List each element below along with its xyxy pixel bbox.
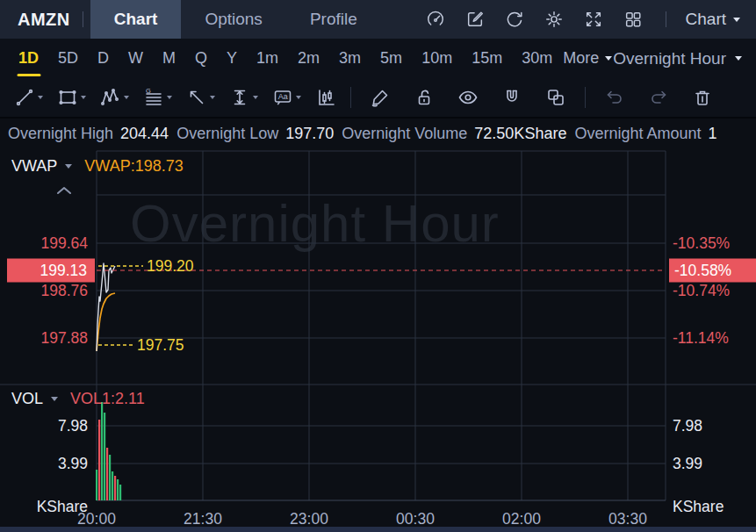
svg-text:Aa: Aa — [278, 92, 288, 101]
time-axis-tick: 21:30 — [184, 510, 222, 528]
trend-line-tool[interactable] — [7, 87, 50, 108]
chevron-down-icon — [735, 56, 742, 61]
vol-value: VOL1:2.11 — [70, 390, 145, 408]
time-axis-tick: 00:30 — [396, 510, 435, 528]
timeframe-10m[interactable]: 10m — [412, 39, 462, 78]
timeframe-y[interactable]: Y — [217, 39, 247, 78]
vwap-label[interactable]: VWAP — [11, 157, 57, 176]
more-timeframes-button[interactable]: More — [562, 49, 612, 68]
vol-label[interactable]: VOL — [11, 390, 43, 408]
divider — [585, 87, 586, 108]
divider — [666, 11, 666, 27]
marker-pen-tool[interactable] — [358, 87, 402, 108]
magnet-tool[interactable] — [490, 87, 534, 108]
timeframe-5d[interactable]: 5D — [48, 39, 88, 78]
chart-view-dropdown[interactable]: Chart — [686, 10, 740, 29]
chevron-down-icon — [253, 96, 258, 99]
timeframe-d[interactable]: D — [88, 39, 119, 78]
timeframe-1d[interactable]: 1D — [9, 39, 48, 78]
edit-chart-icon[interactable] — [456, 0, 495, 39]
stat-label: Overnight Amount — [574, 125, 701, 143]
collapse-pane-icon[interactable] — [56, 186, 72, 195]
chevron-down-icon — [605, 56, 612, 61]
volume-axis-tick-right: KShare — [673, 498, 724, 516]
multi-chart-grid-icon[interactable] — [614, 0, 653, 39]
session-selector[interactable]: Overnight Hour — [613, 49, 742, 68]
fullscreen-icon[interactable] — [574, 0, 614, 39]
time-axis-tick: 23:00 — [290, 510, 328, 528]
timeframe-list: 1D5DDWMQY1m2m3m5m10m15m30m — [9, 39, 562, 78]
divider — [83, 11, 83, 27]
trading-app-window: AMZN Chart Options Profile — [0, 0, 756, 532]
tab-profile[interactable]: Profile — [286, 0, 381, 39]
measure-tool[interactable] — [222, 87, 265, 108]
tab-options[interactable]: Options — [181, 0, 285, 39]
chevron-down-icon — [210, 96, 215, 99]
stat-label: Overnight Low — [176, 125, 278, 143]
chevron-down-icon — [124, 96, 129, 99]
volume-axis-tick-left: KShare — [0, 498, 88, 516]
main-tabs: Chart Options Profile — [90, 0, 381, 39]
stat-value: 72.50KShare — [474, 125, 566, 143]
chevron-down-icon[interactable] — [51, 397, 58, 401]
refresh-icon[interactable] — [495, 0, 535, 39]
top-navigation-bar: AMZN Chart Options Profile — [0, 0, 756, 39]
price-axis-tick: 198.76 — [0, 282, 88, 300]
arrow-tool[interactable] — [179, 87, 222, 108]
visibility-tool[interactable] — [446, 87, 490, 108]
time-axis-tick: 02:00 — [502, 510, 541, 528]
high-price-marker-label: 199.20 — [147, 257, 194, 276]
wave-pattern-tool[interactable] — [93, 87, 136, 108]
chevron-down-icon — [167, 96, 172, 99]
time-axis-tick: 20:00 — [77, 510, 116, 528]
info-bar: Overnight High204.44Overnight Low197.70O… — [0, 119, 756, 149]
low-price-marker-label: 197.75 — [137, 336, 184, 355]
vwap-indicator-header: VWAP VWAP:198.73 — [11, 157, 184, 176]
chevron-down-icon — [81, 96, 86, 99]
timeframe-q[interactable]: Q — [185, 39, 217, 78]
last-change-badge: -10.58% — [669, 259, 756, 283]
text-annotation-tool[interactable]: Aa — [265, 87, 308, 108]
session-watermark: Overnight Hour — [130, 193, 500, 254]
duplicate-tool[interactable] — [534, 87, 578, 108]
volume-axis-tick-right: 3.99 — [673, 455, 702, 473]
timeframe-bar: 1D5DDWMQY1m2m3m5m10m15m30m More Overnigh… — [0, 39, 756, 78]
stat-label: Overnight Volume — [342, 125, 467, 143]
chevron-down-icon — [733, 18, 740, 22]
volume-profile-tool[interactable] — [308, 87, 343, 108]
divider — [350, 87, 351, 108]
stat-value: 204.44 — [120, 125, 169, 143]
time-axis-tick: 03:30 — [608, 510, 647, 528]
ticker-symbol[interactable]: AMZN — [18, 10, 70, 30]
unlock-tool[interactable] — [402, 87, 446, 108]
timeframe-15m[interactable]: 15m — [462, 39, 512, 78]
redo-button[interactable] — [637, 87, 680, 108]
timeframe-w[interactable]: W — [119, 39, 153, 78]
chart-area[interactable]: Overnight Hour 199.64199.13198.76197.88-… — [0, 149, 756, 532]
last-price-badge: 199.13 — [7, 259, 95, 283]
timeframe-m[interactable]: M — [153, 39, 185, 78]
bottom-scrollbar[interactable] — [0, 527, 756, 532]
shapes-tool[interactable] — [50, 87, 93, 108]
timeframe-1m[interactable]: 1m — [247, 39, 288, 78]
volume-axis-tick-right: 7.98 — [673, 417, 702, 435]
vwap-value: VWAP:198.73 — [84, 157, 183, 176]
drawing-toolbar: G Aa — [0, 78, 756, 119]
delete-drawings-button[interactable] — [680, 87, 724, 108]
screener-gauge-icon[interactable] — [416, 0, 456, 39]
stat-value: 1 — [709, 125, 717, 143]
settings-icon[interactable] — [535, 0, 574, 39]
volume-axis-tick-left: 3.99 — [0, 455, 88, 473]
timeframe-30m[interactable]: 30m — [512, 39, 562, 78]
timeframe-5m[interactable]: 5m — [371, 39, 412, 78]
gann-tool[interactable]: G — [136, 87, 179, 108]
chevron-down-icon — [296, 96, 301, 99]
percent-axis-tick: -10.74% — [673, 282, 730, 300]
tab-chart[interactable]: Chart — [90, 0, 182, 39]
stat-value: 197.70 — [285, 125, 334, 143]
undo-button[interactable] — [593, 87, 637, 108]
timeframe-3m[interactable]: 3m — [329, 39, 371, 78]
timeframe-2m[interactable]: 2m — [288, 39, 329, 78]
svg-text:G: G — [146, 87, 151, 95]
chevron-down-icon[interactable] — [65, 164, 72, 169]
